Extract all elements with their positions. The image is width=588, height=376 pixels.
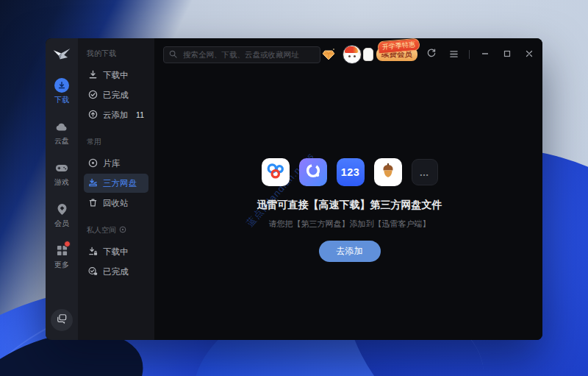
sidebar-item-private-completed[interactable]: 已完成 — [84, 262, 148, 281]
check-lock-icon — [88, 266, 98, 277]
sidebar-item-label: 下载中 — [103, 70, 129, 81]
empty-state-title: 迅雷可直接【高速下载】第三方网盘文件 — [154, 199, 542, 212]
search-box[interactable] — [163, 46, 320, 63]
sidebar-item-label: 已完成 — [103, 90, 129, 101]
refresh-button[interactable] — [423, 46, 440, 63]
rail-item-label: 更多 — [54, 260, 69, 270]
pan123-label: 123 — [341, 166, 360, 178]
sidebar-item-completed[interactable]: 已完成 — [84, 85, 148, 104]
quark-drive-icon — [304, 161, 323, 183]
close-button[interactable] — [521, 46, 537, 63]
ellipsis-icon: … — [420, 167, 430, 178]
rail-item-games[interactable]: 游戏 — [54, 160, 69, 188]
minimize-icon — [481, 48, 490, 61]
acorn-icon — [379, 161, 398, 183]
sidebar-section-private-space: 私人空间 — [87, 225, 146, 235]
section-title: 私人空间 — [87, 225, 116, 235]
titlebar-divider — [469, 50, 470, 59]
baidu-netdisk-tile[interactable] — [262, 158, 290, 186]
section-title: 常用 — [87, 137, 101, 147]
rail-item-download[interactable]: 下载 — [54, 78, 69, 105]
visibility-toggle-icon[interactable] — [119, 226, 126, 235]
close-icon — [525, 48, 534, 61]
user-avatar[interactable] — [343, 45, 362, 64]
trash-icon — [88, 198, 98, 209]
sidebar-item-label: 片库 — [103, 158, 120, 169]
maximize-button[interactable] — [499, 46, 515, 63]
check-circle-icon — [88, 90, 98, 101]
cloud-add-count: 11 — [136, 110, 144, 119]
sidebar-item-label: 回收站 — [103, 198, 129, 209]
sidebar-item-film-library[interactable]: 片库 — [84, 154, 148, 173]
main-menu-button[interactable] — [445, 46, 462, 63]
titlebar: 开学季特惠 续费会员 — [154, 38, 542, 64]
pan123-tile[interactable]: 123 — [337, 158, 365, 186]
go-add-button[interactable]: 去添加 — [319, 241, 381, 262]
sidebar: 我的下载 下载中 已完成 云添加 11 常用 — [78, 38, 154, 340]
rail-item-label: 会员 — [54, 219, 69, 229]
download-lock-icon — [88, 246, 98, 258]
rail-item-label: 云盘 — [54, 136, 69, 146]
third-party-drive-icon — [88, 178, 98, 189]
chat-icon — [57, 313, 67, 327]
titlebar-right: 开学季特惠 续费会员 — [320, 45, 537, 64]
cloud-icon — [54, 119, 69, 134]
empty-state-subtitle: 请您把【第三方网盘】添加到【迅雷客户端】 — [154, 219, 542, 230]
sidebar-item-label: 已完成 — [103, 266, 129, 277]
minimize-button[interactable] — [477, 46, 493, 63]
sidebar-item-recycle-bin[interactable]: 回收站 — [84, 194, 148, 213]
sidebar-item-private-downloading[interactable]: 下载中 — [84, 242, 148, 261]
rail-item-more[interactable]: 更多 — [54, 243, 69, 270]
vip-gem-pin-icon — [54, 202, 69, 216]
search-input[interactable] — [182, 49, 315, 60]
sidebar-item-label: 三方网盘 — [103, 178, 137, 189]
xunlei-window: 下载 云盘 游戏 — [46, 38, 542, 340]
sidebar-item-downloading[interactable]: 下载中 — [84, 65, 148, 85]
feedback-button[interactable] — [51, 309, 73, 331]
quark-drive-tile[interactable] — [299, 158, 327, 186]
baidu-netdisk-icon — [265, 160, 286, 184]
sidebar-item-label: 云添加 — [103, 110, 129, 121]
hamburger-icon — [449, 48, 459, 61]
section-gap — [84, 125, 148, 135]
nav-rail: 下载 云盘 游戏 — [46, 38, 78, 340]
section-gap — [84, 213, 148, 224]
empty-state: 123 … 迅雷可直接【高速下载】第三方网盘文件 请您把【第三方 — [154, 158, 542, 262]
sidebar-item-cloud-add[interactable]: 云添加 11 — [84, 105, 148, 124]
downloading-icon — [88, 70, 98, 81]
sidebar-item-third-party-drives[interactable]: 三方网盘 — [84, 174, 148, 193]
renew-vip-button[interactable]: 开学季特惠 续费会员 — [376, 48, 417, 61]
search-icon — [169, 48, 177, 61]
drive-tiles: 123 … — [154, 158, 542, 186]
gamepad-icon — [54, 160, 69, 175]
film-disc-icon — [88, 158, 98, 169]
sidebar-section-common: 常用 — [87, 137, 146, 147]
rail-item-cloud-drive[interactable]: 云盘 — [54, 119, 69, 146]
main-panel: 开学季特惠 续费会员 — [154, 38, 542, 340]
notification-dot — [64, 241, 71, 247]
rail-item-vip[interactable]: 会员 — [54, 202, 69, 229]
section-title: 我的下载 — [87, 49, 116, 59]
download-icon — [54, 78, 69, 93]
nutstore-tile[interactable] — [374, 158, 402, 186]
sidebar-item-label: 下载中 — [103, 246, 129, 258]
more-drives-button[interactable]: … — [412, 159, 438, 185]
sidebar-section-my-downloads: 我的下载 — [87, 49, 146, 59]
vip-gem-icon[interactable] — [320, 46, 337, 63]
rail-item-label: 下载 — [54, 95, 69, 105]
refresh-icon — [426, 48, 437, 61]
cloud-add-icon — [88, 110, 98, 121]
rail-item-label: 游戏 — [54, 177, 69, 188]
xunlei-logo-icon — [52, 46, 71, 63]
maximize-icon — [503, 48, 512, 61]
mascot-sticker — [363, 48, 373, 61]
